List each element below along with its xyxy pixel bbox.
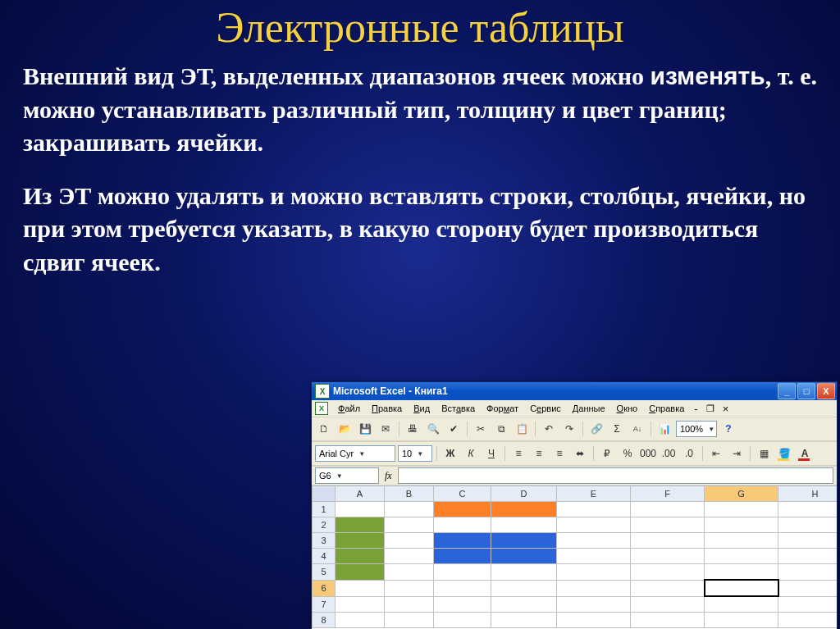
new-icon[interactable]: 🗋: [315, 420, 333, 438]
help-icon[interactable]: ?: [719, 420, 737, 438]
window-title: Microsoft Excel - Книга1: [333, 385, 776, 397]
open-icon[interactable]: 📂: [336, 420, 354, 438]
inner-minimize[interactable]: -: [691, 403, 701, 415]
merge-icon[interactable]: ⬌: [571, 444, 589, 463]
align-left-icon[interactable]: ≡: [509, 444, 527, 463]
menu-data[interactable]: Данные: [568, 402, 610, 415]
separator: [436, 446, 437, 461]
col-header-H[interactable]: H: [778, 486, 838, 502]
separator: [702, 446, 703, 461]
menu-help[interactable]: Справка: [644, 402, 689, 415]
paragraph-1: Внешний вид ЭТ, выделенных диапазонов яч…: [23, 60, 817, 160]
maximize-button[interactable]: □: [797, 383, 815, 399]
inner-restore[interactable]: ❐: [703, 403, 718, 414]
cell-C1[interactable]: [434, 502, 491, 517]
fontcolor-icon[interactable]: A: [796, 444, 814, 463]
inner-close[interactable]: ×: [719, 403, 733, 415]
indent-dec-icon[interactable]: ⇤: [707, 444, 725, 463]
paste-icon[interactable]: 📋: [513, 420, 531, 438]
zoom-combo[interactable]: 100%▼: [676, 421, 717, 437]
menu-edit[interactable]: Правка: [367, 402, 407, 415]
col-header-C[interactable]: C: [434, 486, 491, 502]
chart-icon[interactable]: 📊: [655, 420, 673, 438]
menu-file[interactable]: Файл: [333, 402, 365, 415]
menu-format[interactable]: Формат: [482, 402, 523, 415]
separator: [467, 422, 468, 436]
fontsize-combo[interactable]: 10▼: [398, 445, 432, 462]
underline-icon[interactable]: Ч: [482, 444, 500, 463]
cell-C4[interactable]: [434, 549, 491, 564]
cell-A4[interactable]: [336, 549, 385, 564]
col-header-A[interactable]: A: [336, 486, 385, 502]
row-header-8[interactable]: 8: [313, 613, 336, 628]
menu-insert[interactable]: Вставка: [436, 402, 480, 415]
row-header-5[interactable]: 5: [313, 564, 336, 581]
mail-icon[interactable]: ✉: [377, 420, 395, 438]
currency-icon[interactable]: ₽: [598, 444, 616, 463]
row-header-7[interactable]: 7: [313, 596, 336, 613]
row-header-2[interactable]: 2: [313, 517, 336, 533]
copy-icon[interactable]: ⧉: [492, 420, 510, 438]
print-icon[interactable]: 🖶: [404, 420, 422, 438]
percent-icon[interactable]: %: [619, 444, 637, 463]
active-cell-G6[interactable]: [705, 580, 778, 596]
font-combo[interactable]: Arial Cyr▼: [315, 445, 395, 462]
italic-icon[interactable]: К: [462, 444, 480, 463]
fillcolor-icon[interactable]: 🪣: [775, 444, 793, 463]
separator: [593, 446, 594, 461]
col-header-E[interactable]: E: [557, 486, 631, 502]
row-header-6[interactable]: 6: [313, 580, 336, 596]
select-all-corner[interactable]: [313, 486, 336, 502]
formatting-toolbar: Arial Cyr▼ 10▼ Ж К Ч ≡ ≡ ≡ ⬌ ₽ % 000 .00…: [312, 441, 837, 466]
row-header-1[interactable]: 1: [313, 502, 336, 517]
cell-A5[interactable]: [336, 564, 385, 581]
spellcheck-icon[interactable]: ✔: [445, 420, 463, 438]
worksheet-grid[interactable]: A B C D E F G H 1 2 3 4 5 6 7 8: [312, 485, 837, 629]
separator: [535, 422, 536, 436]
cell-A2[interactable]: [336, 517, 385, 533]
save-icon[interactable]: 💾: [356, 420, 374, 438]
menu-window[interactable]: Окно: [612, 402, 643, 415]
minimize-button[interactable]: _: [778, 383, 796, 399]
slide-title: Электронные таблицы: [0, 0, 840, 52]
cell-C3[interactable]: [434, 533, 491, 549]
dec-decimal-icon[interactable]: .0: [680, 444, 698, 463]
comma-icon[interactable]: 000: [639, 444, 657, 463]
redo-icon[interactable]: ↷: [560, 420, 578, 438]
inc-decimal-icon[interactable]: .00: [660, 444, 678, 463]
link-icon[interactable]: 🔗: [587, 420, 605, 438]
col-header-B[interactable]: B: [385, 486, 434, 502]
autosum-icon[interactable]: Σ: [608, 420, 626, 438]
sort-asc-icon[interactable]: A↓: [628, 420, 646, 438]
menu-tools[interactable]: Сервис: [525, 402, 566, 415]
standard-toolbar: 🗋 📂 💾 ✉ 🖶 🔍 ✔ ✂ ⧉ 📋 ↶ ↷ 🔗 Σ A↓ 📊 100%▼ ?: [312, 417, 837, 441]
undo-icon[interactable]: ↶: [540, 420, 558, 438]
fx-icon[interactable]: fx: [381, 470, 395, 482]
borders-icon[interactable]: ▦: [755, 444, 773, 463]
indent-inc-icon[interactable]: ⇥: [728, 444, 746, 463]
separator: [399, 422, 399, 436]
emph-word: изменять: [650, 62, 765, 89]
menu-view[interactable]: Вид: [409, 402, 435, 415]
cut-icon[interactable]: ✂: [472, 420, 490, 438]
separator: [582, 422, 583, 436]
excel-icon: X: [315, 384, 330, 399]
align-center-icon[interactable]: ≡: [530, 444, 548, 463]
workbook-icon[interactable]: X: [315, 402, 328, 415]
row-header-4[interactable]: 4: [313, 549, 336, 564]
preview-icon[interactable]: 🔍: [424, 420, 442, 438]
col-header-G[interactable]: G: [705, 486, 778, 502]
close-button[interactable]: X: [817, 383, 835, 399]
align-right-icon[interactable]: ≡: [550, 444, 568, 463]
row-header-3[interactable]: 3: [313, 533, 336, 549]
formula-input[interactable]: [398, 467, 833, 484]
cell-D1[interactable]: [491, 502, 557, 517]
titlebar[interactable]: X Microsoft Excel - Книга1 _ □ X: [312, 382, 837, 400]
col-header-D[interactable]: D: [491, 486, 557, 502]
col-header-F[interactable]: F: [631, 486, 705, 502]
cell-A3[interactable]: [336, 533, 385, 549]
cell-D3[interactable]: [491, 533, 557, 549]
bold-icon[interactable]: Ж: [441, 444, 459, 463]
cell-D4[interactable]: [491, 549, 557, 564]
name-box[interactable]: G6▼: [315, 467, 379, 484]
